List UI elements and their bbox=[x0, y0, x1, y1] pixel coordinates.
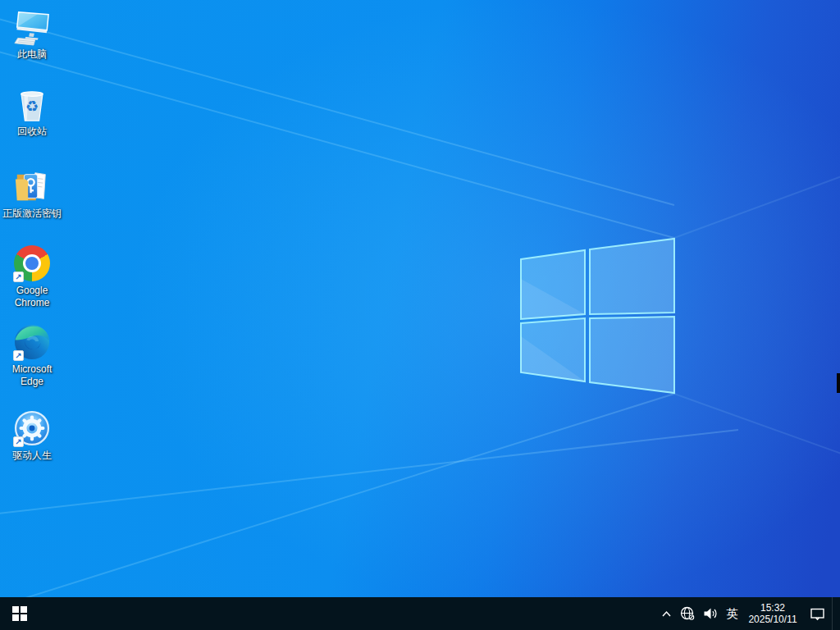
recycle-bin-icon: ♻ bbox=[13, 85, 51, 123]
network-status-button[interactable] bbox=[677, 597, 699, 630]
icon-label: 驱动人生 bbox=[12, 450, 52, 462]
icon-label: Microsoft Edge bbox=[1, 363, 63, 388]
shortcut-arrow-icon: ↗ bbox=[13, 272, 24, 282]
chrome-blue-core bbox=[25, 257, 39, 270]
icon-label: 此电脑 bbox=[17, 48, 47, 61]
icon-label: 回收站 bbox=[17, 126, 47, 138]
show-desktop-button[interactable] bbox=[832, 597, 837, 630]
volume-button[interactable] bbox=[699, 597, 721, 630]
windows-start-icon bbox=[12, 606, 27, 621]
light-rays-right bbox=[674, 174, 840, 456]
ime-language-indicator[interactable]: 英 bbox=[721, 597, 743, 630]
taskbar: 英 15:32 2025/10/11 bbox=[0, 597, 840, 630]
shortcut-arrow-icon: ↗ bbox=[13, 350, 24, 361]
clock[interactable]: 15:32 2025/10/11 bbox=[743, 597, 802, 630]
desktop-icon-recycle-bin[interactable]: ♻ 回收站 bbox=[1, 85, 63, 138]
desktop-icon-google-chrome[interactable]: ↗ Google Chrome bbox=[1, 244, 63, 309]
start-button[interactable] bbox=[0, 597, 39, 630]
ime-label: 英 bbox=[726, 606, 738, 622]
system-tray: 英 15:32 2025/10/11 bbox=[655, 597, 840, 630]
right-edge-artifact bbox=[837, 373, 840, 393]
clock-time: 15:32 bbox=[760, 602, 785, 614]
icon-label: 正版激活密钥 bbox=[2, 208, 62, 220]
chevron-up-icon bbox=[661, 609, 672, 619]
desktop-icon-microsoft-edge[interactable]: ↗ Microsoft Edge bbox=[1, 323, 63, 388]
desktop-icon-activation-key-folder[interactable]: 正版激活密钥 bbox=[1, 167, 63, 220]
action-center-icon bbox=[810, 607, 825, 621]
desktop-icon-this-pc[interactable]: 此电脑 bbox=[1, 8, 63, 61]
clock-date: 2025/10/11 bbox=[748, 614, 797, 625]
desktop-wallpaper: 此电脑 ♻ 回收站 bbox=[0, 0, 840, 630]
icon-label: Google Chrome bbox=[1, 285, 63, 309]
action-center-button[interactable] bbox=[802, 597, 832, 630]
speaker-icon bbox=[703, 607, 718, 620]
wallpaper-light-rays-and-logo bbox=[0, 0, 840, 630]
show-hidden-icons-button[interactable] bbox=[655, 597, 677, 630]
globe-no-internet-icon bbox=[680, 606, 696, 621]
shortcut-arrow-icon: ↗ bbox=[13, 436, 24, 447]
this-pc-icon bbox=[13, 8, 51, 46]
activation-key-folder-icon bbox=[13, 167, 51, 205]
desktop-icon-driver-talent[interactable]: ↗ 驱动人生 bbox=[1, 409, 63, 462]
recycle-glyph: ♻ bbox=[25, 98, 39, 115]
